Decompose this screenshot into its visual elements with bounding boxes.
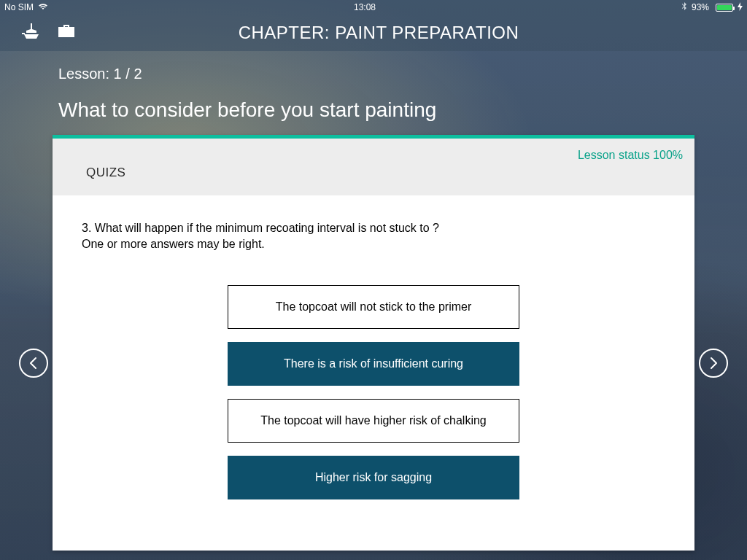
battery-icon: [713, 4, 733, 12]
quiz-option[interactable]: The topcoat will have higher risk of cha…: [228, 399, 519, 443]
question-text: 3. What will happen if the minimum recoa…: [82, 220, 665, 252]
section-label: QUIZS: [64, 154, 125, 180]
quiz-option[interactable]: The topcoat will not stick to the primer: [228, 285, 519, 329]
prev-button[interactable]: [19, 349, 48, 378]
lesson-header: Lesson: 1 / 2 What to consider before yo…: [0, 51, 747, 135]
lesson-title: What to consider before you start painti…: [58, 98, 689, 122]
card-header: QUIZS Lesson status 100%: [53, 139, 694, 195]
chapter-title: CHAPTER: PAINT PREPARATION: [76, 23, 747, 43]
clock: 13:08: [354, 2, 376, 12]
bluetooth-icon: [681, 2, 687, 13]
next-button[interactable]: [699, 349, 728, 378]
question-line: 3. What will happen if the minimum recoa…: [82, 220, 665, 236]
lesson-status: Lesson status 100%: [578, 149, 683, 162]
status-bar: No SIM 13:08 93%: [0, 0, 747, 15]
app-header: CHAPTER: PAINT PREPARATION: [0, 15, 747, 51]
charging-icon: [738, 2, 743, 13]
carrier-text: No SIM: [4, 2, 34, 12]
quiz-card: QUIZS Lesson status 100% 3. What will ha…: [53, 135, 694, 551]
lesson-counter: Lesson: 1 / 2: [58, 66, 689, 82]
question-hint: One or more answers may be right.: [82, 236, 665, 252]
briefcase-icon[interactable]: [57, 23, 76, 42]
ship-icon[interactable]: [22, 23, 41, 42]
options-list: The topcoat will not stick to the primer…: [82, 285, 665, 499]
battery-percent: 93%: [692, 2, 709, 12]
quiz-option[interactable]: There is a risk of insufficient curing: [228, 342, 519, 386]
quiz-option[interactable]: Higher risk for sagging: [228, 456, 519, 499]
wifi-icon: [38, 2, 48, 12]
